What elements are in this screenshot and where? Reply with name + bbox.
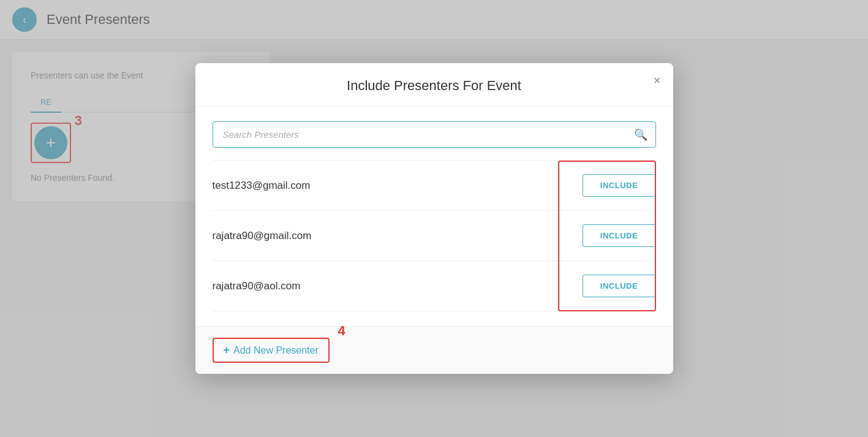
modal-overlay: Include Presenters For Event × 🔍 test123… bbox=[0, 0, 868, 437]
presenter-email-1: test1233@gmail.com bbox=[213, 180, 311, 192]
include-button-3-wrapper: INCLUDE bbox=[583, 275, 656, 297]
add-new-presenter-button[interactable]: + Add New Presenter bbox=[224, 344, 319, 357]
presenter-list: test1233@gmail.com INCLUDE rajatra90@gma… bbox=[213, 160, 656, 311]
table-row: test1233@gmail.com INCLUDE bbox=[213, 161, 656, 211]
presenter-email-3: rajatra90@aol.com bbox=[213, 280, 301, 292]
include-button-2-wrapper: INCLUDE bbox=[583, 224, 656, 247]
add-new-presenter-area: + Add New Presenter 4 bbox=[213, 338, 330, 363]
modal-dialog: Include Presenters For Event × 🔍 test123… bbox=[195, 63, 673, 374]
modal-close-button[interactable]: × bbox=[654, 74, 661, 86]
add-new-highlight-box: + Add New Presenter bbox=[213, 338, 330, 363]
include-button-2[interactable]: INCLUDE bbox=[583, 224, 656, 247]
add-plus-icon: + bbox=[224, 344, 230, 357]
include-buttons-highlight: INCLUDE bbox=[583, 174, 656, 197]
table-row: rajatra90@aol.com INCLUDE bbox=[213, 261, 656, 311]
modal-title: Include Presenters For Event bbox=[213, 78, 656, 94]
table-row: rajatra90@gmail.com INCLUDE bbox=[213, 211, 656, 261]
step-4-label: 4 bbox=[338, 323, 345, 339]
modal-footer: + Add New Presenter 4 bbox=[195, 326, 673, 374]
modal-header: Include Presenters For Event × bbox=[195, 63, 673, 107]
include-button-3[interactable]: INCLUDE bbox=[583, 275, 656, 297]
presenter-email-2: rajatra90@gmail.com bbox=[213, 230, 312, 242]
add-new-label: Add New Presenter bbox=[233, 345, 319, 356]
modal-body: 🔍 test1233@gmail.com INCLUDE rajatra90@g… bbox=[195, 107, 673, 326]
search-input[interactable] bbox=[213, 121, 656, 148]
background-page: ‹ Event Presenters Presenters can use th… bbox=[0, 0, 868, 437]
include-button-1[interactable]: INCLUDE bbox=[583, 174, 656, 197]
search-container: 🔍 bbox=[213, 121, 656, 148]
